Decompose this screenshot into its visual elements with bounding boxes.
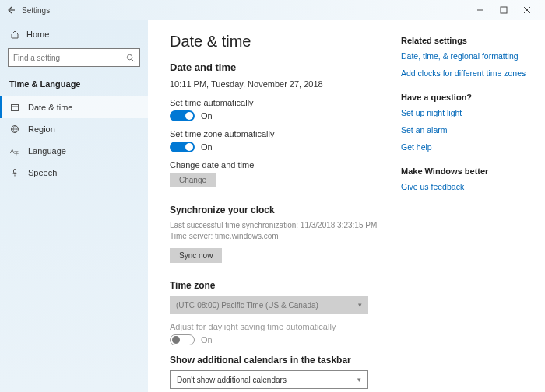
search-icon [126,54,135,62]
sidebar: Home Time & Language Date & time Region … [0,20,148,392]
clock-icon [9,103,20,112]
titlebar: Settings [0,0,545,20]
change-button: Change [170,173,216,187]
related-settings-header: Related settings [401,36,529,45]
link-date-time-formatting[interactable]: Date, time, & regional formatting [401,51,529,62]
sync-server: Time server: time.windows.com [170,231,393,242]
svg-line-5 [132,59,134,61]
main-panel: Date & time Date and time 10:11 PM, Tues… [148,20,545,392]
chevron-down-icon: ▾ [358,301,362,309]
category-header: Time & Language [0,75,148,96]
app-title: Settings [22,6,50,15]
link-night-light[interactable]: Set up night light [401,108,529,119]
content-area: Home Time & Language Date & time Region … [0,20,545,392]
nav-region[interactable]: Region [0,118,148,140]
minimize-button[interactable] [469,2,492,18]
timezone-select: (UTC-08:00) Pacific Time (US & Canada) ▾ [170,296,368,314]
dst-label: Adjust for daylight saving time automati… [170,322,393,331]
sync-header: Synchronize your clock [170,205,393,215]
nav-date-time[interactable]: Date & time [0,96,148,118]
main-column: Date & time Date and time 10:11 PM, Tues… [170,33,393,376]
language-icon: A字 [9,146,20,156]
search-input[interactable] [13,54,126,62]
right-column: Related settings Date, time, & regional … [401,33,529,376]
maximize-button[interactable] [492,2,515,18]
change-dt-label: Change date and time [170,160,393,170]
nav-label: Speech [28,168,57,177]
home-label: Home [26,30,49,39]
svg-point-4 [127,54,132,59]
tz-header: Time zone [170,280,393,291]
svg-text:字: 字 [14,150,19,156]
nav-language[interactable]: A字 Language [0,140,148,162]
have-question-header: Have a question? [401,93,529,102]
back-icon[interactable] [6,5,16,15]
page-title: Date & time [170,33,393,51]
search-box[interactable] [8,48,140,67]
sync-last: Last successful time synchronization: 11… [170,220,393,231]
close-button[interactable] [515,2,539,18]
make-better-header: Make Windows better [401,166,529,176]
set-tz-auto-toggle[interactable] [170,142,195,152]
nav-speech[interactable]: Speech [0,162,148,184]
current-datetime: 10:11 PM, Tuesday, November 27, 2018 [170,79,393,89]
toggle-value: On [201,142,213,152]
section-title: Date and time [170,61,393,73]
addcal-select[interactable]: Don't show additional calendars ▾ [170,370,368,389]
home-icon [9,30,20,39]
svg-rect-6 [12,105,19,111]
svg-rect-11 [14,170,16,173]
link-add-clocks[interactable]: Add clocks for different time zones [401,68,529,79]
nav-label: Language [28,146,66,156]
set-tz-auto-label: Set time zone automatically [170,129,393,138]
settings-window: Settings Home Time & Language Date & tim… [0,0,545,392]
globe-icon [9,124,20,134]
sync-now-button[interactable]: Sync now [170,248,222,263]
nav-label: Date & time [28,103,72,112]
microphone-icon [9,168,20,177]
toggle-value: On [201,335,213,345]
addcal-header: Show additional calendars in the taskbar [170,355,393,366]
home-nav[interactable]: Home [0,25,148,44]
dst-toggle [170,334,195,345]
link-get-help[interactable]: Get help [401,142,529,153]
sync-info: Last successful time synchronization: 11… [170,220,393,242]
set-time-auto-label: Set time automatically [170,98,393,107]
toggle-value: On [201,111,213,121]
tz-value: (UTC-08:00) Pacific Time (US & Canada) [176,301,318,310]
link-set-alarm[interactable]: Set an alarm [401,125,529,136]
addcal-value: Don't show additional calendars [177,376,287,384]
link-feedback[interactable]: Give us feedback [401,182,529,193]
svg-rect-1 [501,7,507,13]
nav-label: Region [28,124,55,134]
chevron-down-icon: ▾ [357,376,361,383]
set-time-auto-toggle[interactable] [170,110,195,121]
